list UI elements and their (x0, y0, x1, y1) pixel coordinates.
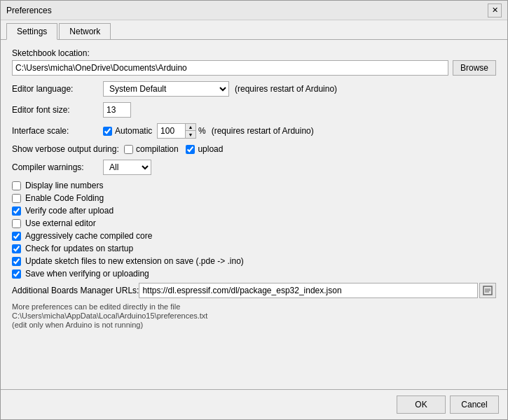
aggressively-cache-row: Aggressively cache compiled core (12, 231, 496, 241)
preferences-dialog: Preferences ✕ Settings Network Sketchboo… (0, 0, 508, 420)
update-sketch-files-label: Update sketch files to new extension on … (25, 256, 244, 266)
save-when-verifying-row: Save when verifying or uploading (12, 269, 496, 279)
edit-icon (483, 286, 493, 295)
tab-network[interactable]: Network (59, 23, 111, 39)
check-updates-row: Check for updates on startup (12, 244, 496, 253)
aggressively-cache-checkbox[interactable] (12, 232, 21, 241)
update-sketch-files-checkbox[interactable] (12, 257, 21, 266)
display-line-numbers-row: Display line numbers (12, 181, 496, 190)
browse-button[interactable]: Browse (453, 60, 496, 76)
update-sketch-files-row: Update sketch files to new extension on … (12, 256, 496, 266)
verbose-compilation-label: compilation (136, 144, 179, 154)
settings-content: Sketchbook location: Browse Editor langu… (1, 40, 507, 389)
check-updates-label: Check for updates on startup (25, 244, 133, 253)
save-when-verifying-label: Save when verifying or uploading (25, 269, 149, 279)
title-bar: Preferences ✕ (1, 1, 507, 20)
sketchbook-label: Sketchbook location: (12, 48, 496, 58)
aggressively-cache-label: Aggressively cache compiled core (25, 231, 152, 241)
boards-manager-url-input[interactable] (139, 283, 478, 298)
editor-language-select[interactable]: System Default (103, 81, 229, 97)
compiler-warnings-label: Compiler warnings: (12, 162, 103, 172)
editor-language-note: (requires restart of Arduino) (235, 84, 337, 94)
compiler-warnings-row: Compiler warnings: None Default More All (12, 160, 496, 175)
editor-font-size-row: Editor font size: (12, 102, 496, 118)
url-edit-icon-button[interactable] (479, 283, 496, 298)
editor-font-size-input[interactable] (103, 102, 131, 118)
info-line1: More preferences can be edited directly … (12, 302, 496, 311)
interface-scale-label: Interface scale: (12, 126, 103, 136)
info-line3: (edit only when Arduino is not running) (12, 321, 496, 329)
dialog-footer: OK Cancel (1, 389, 507, 419)
spinner-up[interactable]: ▲ (186, 124, 195, 131)
verify-code-label: Verify code after upload (25, 206, 114, 216)
percent-label: % (198, 126, 206, 136)
verify-code-checkbox[interactable] (12, 206, 21, 216)
external-editor-label: Use external editor (25, 218, 96, 228)
info-section: More preferences can be edited directly … (12, 302, 496, 329)
editor-font-size-label: Editor font size: (12, 105, 103, 115)
verbose-row: Show verbose output during: compilation … (12, 144, 496, 154)
editor-language-label: Editor language: (12, 84, 103, 94)
boards-manager-url-row: Additional Boards Manager URLs: (12, 283, 496, 298)
close-button[interactable]: ✕ (488, 4, 502, 18)
display-line-numbers-label: Display line numbers (25, 181, 103, 190)
enable-code-folding-label: Enable Code Folding (25, 193, 104, 203)
automatic-checkbox[interactable] (103, 127, 112, 136)
display-line-numbers-checkbox[interactable] (12, 181, 21, 190)
cancel-button[interactable]: Cancel (450, 396, 499, 414)
scale-value-input[interactable] (158, 124, 186, 138)
upload-checkbox-group: upload (186, 144, 223, 154)
verify-code-row: Verify code after upload (12, 206, 496, 216)
enable-code-folding-checkbox[interactable] (12, 194, 21, 203)
compilation-checkbox-group: compilation (124, 144, 179, 154)
spinner-arrows: ▲ ▼ (186, 124, 195, 138)
save-when-verifying-checkbox[interactable] (12, 270, 21, 279)
sketchbook-input-row: Browse (12, 60, 496, 76)
compiler-warnings-select[interactable]: None Default More All (103, 160, 151, 175)
dialog-title: Preferences (6, 6, 52, 15)
auto-checkbox-group: Automatic (103, 126, 152, 136)
interface-scale-note: (requires restart of Arduino) (212, 126, 314, 136)
verbose-compilation-checkbox[interactable] (124, 145, 133, 154)
external-editor-checkbox[interactable] (12, 219, 21, 228)
scale-spinner: ▲ ▼ (157, 123, 196, 139)
verbose-label: Show verbose output during: (12, 144, 124, 154)
external-editor-row: Use external editor (12, 218, 496, 228)
editor-language-row: Editor language: System Default (require… (12, 81, 496, 97)
verbose-upload-label: upload (198, 144, 223, 154)
ok-button[interactable]: OK (397, 396, 446, 414)
sketchbook-section: Sketchbook location: Browse (12, 48, 496, 76)
enable-code-folding-row: Enable Code Folding (12, 193, 496, 203)
verbose-checkboxes: compilation upload (124, 144, 223, 154)
check-updates-checkbox[interactable] (12, 244, 21, 253)
sketchbook-path-input[interactable] (12, 60, 448, 76)
tab-bar: Settings Network (1, 20, 507, 40)
info-line2: C:\Users\micha\AppData\Local\Arduino15\p… (12, 312, 496, 320)
interface-scale-row: Interface scale: Automatic ▲ ▼ % (requir… (12, 123, 496, 139)
tab-settings[interactable]: Settings (6, 23, 57, 40)
checkboxes-section: Display line numbers Enable Code Folding… (12, 181, 496, 279)
spinner-down[interactable]: ▼ (186, 131, 195, 138)
verbose-upload-checkbox[interactable] (186, 145, 195, 154)
automatic-label: Automatic (115, 126, 152, 136)
boards-manager-url-label: Additional Boards Manager URLs: (12, 286, 139, 295)
